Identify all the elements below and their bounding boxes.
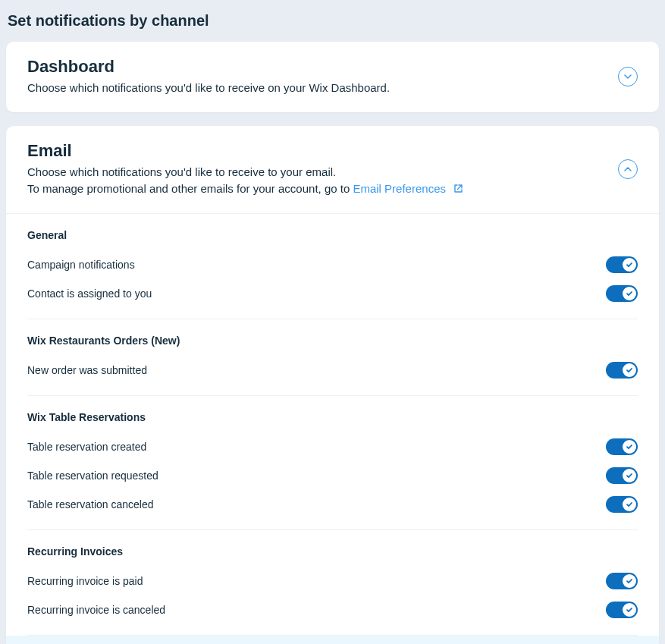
section: GeneralCampaign notificationsContact is … bbox=[27, 214, 638, 319]
setting-label: Contact is assigned to you bbox=[27, 287, 152, 300]
toggle[interactable] bbox=[606, 602, 638, 618]
toggle-knob bbox=[623, 258, 636, 272]
setting-row: Recurring invoice is paid bbox=[27, 567, 638, 595]
setting-row: Table reservation canceled bbox=[27, 490, 638, 519]
section-title: General bbox=[27, 229, 638, 241]
setting-label: Table reservation canceled bbox=[27, 498, 154, 510]
check-icon bbox=[626, 469, 633, 482]
setting-label: Recurring invoice is canceled bbox=[27, 604, 165, 616]
setting-label: Table reservation created bbox=[27, 441, 146, 453]
check-icon bbox=[626, 258, 633, 272]
email-desc-line1: Choose which notifications you'd like to… bbox=[27, 165, 336, 178]
toggle[interactable] bbox=[606, 573, 638, 589]
toggle[interactable] bbox=[606, 362, 638, 379]
section: Wix Restaurants Orders (New)New order wa… bbox=[27, 319, 638, 396]
toggle[interactable] bbox=[606, 256, 638, 273]
setting-row: Table reservation requested bbox=[27, 461, 638, 490]
section-title: Wix Restaurants Orders (New) bbox=[27, 335, 638, 347]
email-card-title: Email bbox=[27, 141, 618, 161]
toggle[interactable] bbox=[606, 285, 638, 302]
setting-row: Contact is assigned to you bbox=[27, 279, 638, 308]
toggle-knob bbox=[623, 469, 636, 482]
dashboard-card: Dashboard Choose which notifications you… bbox=[6, 42, 659, 112]
toggle-knob bbox=[623, 440, 636, 454]
section-title: Wix Table Reservations bbox=[27, 411, 638, 423]
toggle-knob bbox=[623, 603, 636, 617]
toggle[interactable] bbox=[606, 496, 638, 513]
setting-row: Recurring invoice is canceled bbox=[27, 595, 638, 624]
check-icon bbox=[626, 603, 633, 617]
collapse-email-button[interactable] bbox=[618, 159, 638, 179]
check-icon bbox=[626, 498, 633, 511]
dashboard-card-title: Dashboard bbox=[27, 57, 618, 77]
page-title: Set notifications by channel bbox=[8, 12, 659, 30]
email-card-desc: Choose which notifications you'd like to… bbox=[27, 164, 618, 199]
setting-row: Table reservation created bbox=[27, 432, 638, 461]
setting-label: New order was submitted bbox=[27, 364, 147, 376]
email-card: Email Choose which notifications you'd l… bbox=[6, 126, 659, 645]
check-icon bbox=[626, 287, 633, 300]
toggle-knob bbox=[623, 574, 636, 588]
check-icon bbox=[626, 440, 633, 454]
external-link-icon bbox=[453, 181, 463, 199]
section-title: Recurring Invoices bbox=[27, 545, 638, 558]
check-icon bbox=[626, 574, 633, 588]
section: TasksTask is due bbox=[6, 636, 659, 644]
chevron-up-icon bbox=[624, 162, 632, 176]
toggle-knob bbox=[623, 498, 636, 511]
email-card-header[interactable]: Email Choose which notifications you'd l… bbox=[6, 126, 659, 214]
setting-row: New order was submitted bbox=[27, 356, 638, 385]
section: Wix Table ReservationsTable reservation … bbox=[27, 396, 638, 530]
toggle[interactable] bbox=[606, 467, 638, 484]
dashboard-card-desc: Choose which notifications you'd like to… bbox=[27, 80, 618, 97]
setting-label: Campaign notifications bbox=[27, 259, 135, 271]
dashboard-card-header[interactable]: Dashboard Choose which notifications you… bbox=[6, 42, 659, 112]
setting-label: Table reservation requested bbox=[27, 470, 158, 482]
section: Recurring InvoicesRecurring invoice is p… bbox=[27, 530, 638, 636]
chevron-down-icon bbox=[624, 70, 632, 83]
email-preferences-link[interactable]: Email Preferences bbox=[353, 182, 446, 195]
toggle[interactable] bbox=[606, 438, 638, 455]
expand-dashboard-button[interactable] bbox=[618, 67, 638, 86]
email-desc-line2-prefix: To manage promotional and other emails f… bbox=[27, 182, 353, 195]
setting-row: Campaign notifications bbox=[27, 250, 638, 279]
check-icon bbox=[626, 363, 633, 377]
email-sections: GeneralCampaign notificationsContact is … bbox=[6, 214, 659, 644]
setting-label: Recurring invoice is paid bbox=[27, 575, 143, 587]
toggle-knob bbox=[623, 287, 636, 300]
toggle-knob bbox=[623, 363, 636, 377]
